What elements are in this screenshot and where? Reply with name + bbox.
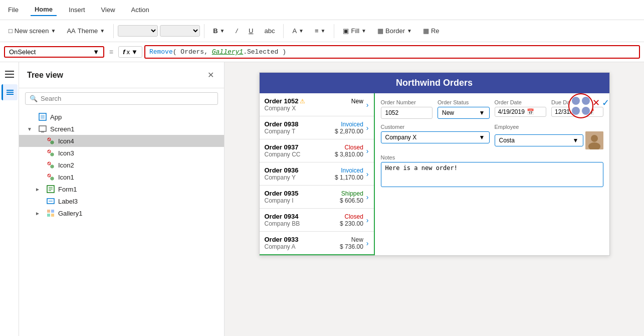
- icon3-icon: [46, 148, 55, 157]
- fill-icon: ▣: [343, 27, 349, 35]
- order-date-input[interactable]: 4/19/2019 📅: [495, 107, 547, 117]
- italic-button[interactable]: /: [231, 25, 242, 37]
- app-title: Northwind Orders: [260, 73, 609, 93]
- order-0936-chevron-icon: ›: [366, 170, 369, 178]
- menu-file[interactable]: File: [4, 4, 23, 16]
- order-item-0935[interactable]: Order 0935 Shipped Company I $ 606.50 ›: [260, 186, 374, 209]
- new-screen-caret-icon: ▼: [51, 28, 56, 34]
- delete-icon-button[interactable]: [568, 93, 593, 118]
- tree-item-gallery1[interactable]: ► Gallery1: [19, 207, 224, 219]
- fx-button[interactable]: f x ▼: [118, 46, 142, 58]
- menu-view[interactable]: View: [97, 4, 119, 16]
- align-button[interactable]: ≡ ▼: [310, 25, 330, 37]
- font-size-select[interactable]: [160, 25, 200, 37]
- close-button[interactable]: ✕: [592, 97, 600, 108]
- tree-item-icon3[interactable]: Icon3: [19, 147, 224, 159]
- employee-field: Employee Costa ▼: [495, 124, 603, 149]
- formula-paren-close: ): [282, 48, 286, 56]
- tree-item-label3[interactable]: Label3: [19, 195, 224, 207]
- app-body: Order 1052 ⚠ New Company X › Order 0: [260, 93, 609, 255]
- order-item-1052[interactable]: Order 1052 ⚠ New Company X ›: [260, 93, 374, 116]
- order-0937-chevron-icon: ›: [366, 147, 369, 155]
- font-family-select[interactable]: [118, 25, 158, 37]
- tree-item-form1[interactable]: ► Form1: [19, 183, 224, 195]
- layers-button[interactable]: [2, 84, 18, 100]
- tree-item-screen1[interactable]: ▼ Screen1: [19, 123, 224, 135]
- underline-button[interactable]: U: [244, 25, 258, 37]
- order-0936-info: Order 0936 Invoiced Company Y $ 1,170.00: [265, 166, 363, 181]
- strikethrough-button[interactable]: abc: [260, 25, 279, 37]
- fx-label: x: [127, 48, 130, 56]
- order-0935-amount: $ 606.50: [340, 197, 363, 204]
- tree-item-form1-label: Form1: [58, 186, 77, 193]
- canvas: Northwind Orders Order 1052 ⚠ New Compan…: [225, 62, 644, 336]
- theme-icon: AA: [67, 27, 75, 35]
- order-item-0934[interactable]: Order 0934 Closed Company BB $ 230.00 ›: [260, 209, 374, 232]
- border-button[interactable]: ▦ Border ▼: [373, 25, 416, 37]
- form1-icon: [46, 185, 55, 194]
- svg-line-8: [48, 138, 50, 140]
- customer-value: Company X: [385, 134, 417, 141]
- employee-photo: [585, 131, 603, 149]
- order-item-0938[interactable]: Order 0938 Invoiced Company T $ 2,870.00…: [260, 116, 374, 139]
- formula-input[interactable]: Remove( Orders, Gallery1.Selected ): [144, 45, 640, 59]
- theme-button[interactable]: AA Theme ▼: [62, 25, 109, 37]
- order-0934-amount: $ 230.00: [340, 220, 363, 227]
- tree-item-icon4[interactable]: Icon4: [19, 135, 224, 147]
- property-caret-icon: ▼: [93, 48, 99, 56]
- search-input[interactable]: [41, 95, 213, 102]
- theme-caret-icon: ▼: [100, 28, 105, 34]
- new-screen-button[interactable]: □ New screen ▼: [4, 25, 60, 37]
- fill-caret-icon: ▼: [361, 28, 366, 34]
- order-status-select[interactable]: New ▼: [438, 107, 490, 119]
- check-button[interactable]: ✓: [602, 97, 609, 108]
- sidebar-close-button[interactable]: ✕: [205, 68, 216, 82]
- order-0935-chevron-icon: ›: [366, 193, 369, 201]
- formula-keyword: Remove: [149, 48, 173, 56]
- orders-list: Order 1052 ⚠ New Company X › Order 0: [260, 93, 375, 255]
- tree-item-icon3-label: Icon3: [58, 149, 74, 157]
- order-0938-company: Company T: [265, 128, 296, 135]
- order-date-value: 4/19/2019: [498, 108, 525, 115]
- customer-select[interactable]: Company X ▼: [381, 131, 490, 143]
- order-0936-amount: $ 1,170.00: [335, 174, 363, 181]
- order-item-0936[interactable]: Order 0936 Invoiced Company Y $ 1,170.00…: [260, 162, 374, 186]
- order-item-0937[interactable]: Order 0937 Closed Company CC $ 3,810.00 …: [260, 139, 374, 162]
- order-item-0933[interactable]: Order 0933 New Company A $ 736.00 ›: [260, 232, 374, 255]
- tree-item-app-label: App: [50, 113, 62, 121]
- order-0936-status: Invoiced: [341, 167, 363, 174]
- order-date-label: Order Date: [495, 99, 547, 105]
- menu-insert[interactable]: Insert: [65, 4, 89, 16]
- order-number-input[interactable]: [381, 107, 433, 119]
- icon1-icon: [46, 173, 55, 182]
- employee-select[interactable]: Costa ▼: [495, 134, 583, 146]
- reorder-button[interactable]: ▦ Re: [418, 25, 444, 37]
- tree-item-icon2[interactable]: Icon2: [19, 159, 224, 171]
- order-0933-chevron-icon: ›: [366, 239, 369, 247]
- order-0933-company: Company A: [265, 243, 296, 250]
- svg-rect-36: [51, 214, 54, 217]
- property-selector[interactable]: OnSelect ▼: [4, 46, 104, 58]
- icon4-icon: [46, 136, 55, 145]
- bold-button[interactable]: B ▼: [208, 25, 229, 37]
- equals-sign: =: [106, 48, 116, 56]
- order-0934-chevron-icon: ›: [366, 216, 369, 224]
- hamburger-button[interactable]: [2, 66, 18, 82]
- order-number-label: Order Number: [381, 99, 433, 105]
- order-1052-chevron-icon: ›: [366, 101, 369, 109]
- font-color-button[interactable]: A ▼: [288, 25, 308, 37]
- svg-line-13: [48, 150, 50, 152]
- tree-item-app[interactable]: App: [19, 111, 224, 123]
- tree-item-icon1[interactable]: Icon1: [19, 171, 224, 183]
- svg-rect-34: [51, 210, 54, 213]
- svg-line-18: [48, 162, 50, 164]
- calendar-icon: 📅: [527, 108, 534, 115]
- notes-field: Notes Here is a new order!: [381, 154, 603, 189]
- menu-action[interactable]: Action: [127, 4, 153, 16]
- notes-textarea[interactable]: Here is a new order!: [381, 162, 603, 187]
- svg-rect-5: [39, 126, 46, 131]
- screen1-expander: ▼: [27, 126, 35, 132]
- fill-button[interactable]: ▣ Fill ▼: [338, 25, 371, 37]
- menu-home[interactable]: Home: [31, 4, 57, 16]
- order-0933-amount: $ 736.00: [340, 243, 363, 250]
